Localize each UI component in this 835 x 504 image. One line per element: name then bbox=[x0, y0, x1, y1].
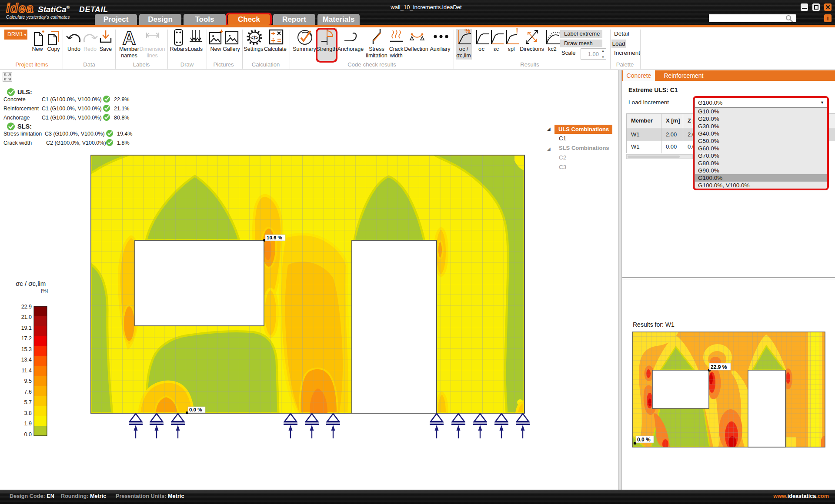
svg-text:21.1%: 21.1% bbox=[114, 106, 129, 112]
svg-text:Reinforcement: Reinforcement bbox=[3, 106, 39, 112]
svg-text:3.8: 3.8 bbox=[24, 410, 32, 416]
svg-text:C1 (G100.0%, V100.0%): C1 (G100.0%, V100.0%) bbox=[42, 96, 102, 103]
svg-text:1.8%: 1.8% bbox=[117, 140, 130, 146]
svg-text:7.6: 7.6 bbox=[24, 389, 32, 395]
svg-text:ULS:: ULS: bbox=[17, 89, 32, 96]
svg-text:21.0: 21.0 bbox=[21, 314, 32, 320]
svg-text:17.2: 17.2 bbox=[21, 335, 32, 342]
svg-text:</>: </> bbox=[250, 34, 259, 41]
svg-text:19.4%: 19.4% bbox=[117, 131, 132, 137]
svg-text:Stress limitation: Stress limitation bbox=[3, 131, 42, 137]
svg-text:Concrete: Concrete bbox=[3, 96, 26, 103]
svg-text:5.7: 5.7 bbox=[24, 399, 32, 405]
svg-text:1.9: 1.9 bbox=[24, 421, 32, 427]
svg-text:C3 (G100.0%, V100.0%): C3 (G100.0%, V100.0%) bbox=[45, 131, 105, 137]
svg-text:0.0: 0.0 bbox=[24, 431, 32, 438]
svg-text:%: % bbox=[464, 28, 470, 34]
svg-text:A: A bbox=[123, 28, 136, 47]
svg-text:10.6 %: 10.6 % bbox=[267, 235, 282, 240]
svg-text:C2 (G100.0%, V100.0%): C2 (G100.0%, V100.0%) bbox=[46, 140, 106, 146]
svg-text:9.5: 9.5 bbox=[24, 378, 32, 384]
svg-text:22.9 %: 22.9 % bbox=[711, 364, 727, 370]
svg-text:Crack width: Crack width bbox=[3, 140, 32, 146]
svg-text:15.3: 15.3 bbox=[21, 346, 32, 352]
svg-text:0.0 %: 0.0 % bbox=[189, 407, 202, 412]
svg-text:C1 (G100.0%, V100.0%): C1 (G100.0%, V100.0%) bbox=[42, 115, 102, 121]
svg-text:C1 (G100.0%, V100.0%): C1 (G100.0%, V100.0%) bbox=[42, 106, 102, 112]
svg-text:19.1: 19.1 bbox=[21, 325, 32, 331]
svg-text:11.4: 11.4 bbox=[22, 368, 32, 374]
svg-text:22.9: 22.9 bbox=[21, 304, 32, 310]
svg-text:SLS:: SLS: bbox=[17, 123, 32, 130]
svg-text:80.8%: 80.8% bbox=[114, 115, 129, 121]
svg-text:!: ! bbox=[516, 28, 518, 35]
svg-text:13.4: 13.4 bbox=[21, 357, 32, 363]
svg-text:Anchorage: Anchorage bbox=[3, 115, 30, 121]
svg-text:22.9%: 22.9% bbox=[114, 96, 129, 103]
svg-text:0.0 %: 0.0 % bbox=[637, 437, 651, 443]
